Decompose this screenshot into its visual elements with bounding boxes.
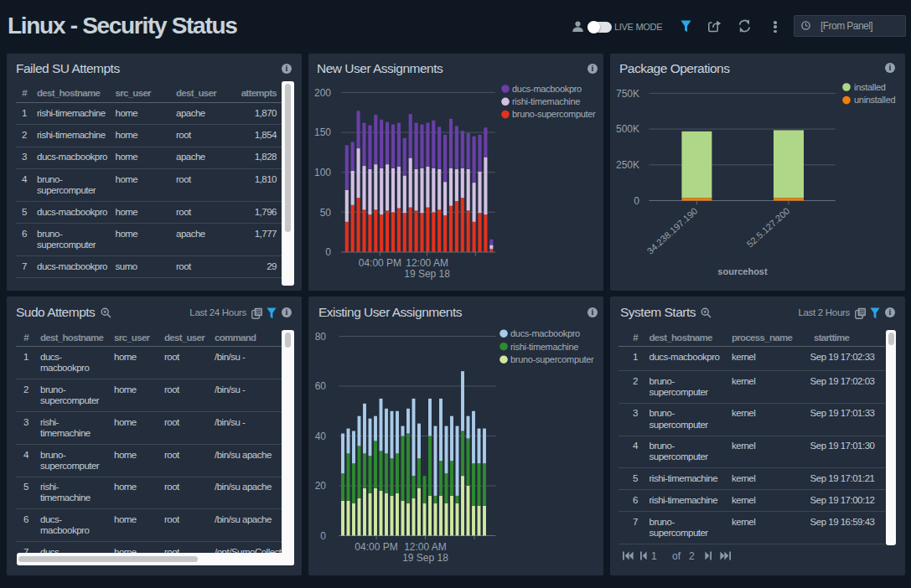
svg-text:12:00 AM: 12:00 AM	[406, 257, 448, 269]
svg-text:80: 80	[315, 331, 327, 343]
svg-text:ducs-macbookpro: ducs-macbookpro	[510, 328, 580, 338]
svg-text:0: 0	[634, 195, 639, 207]
svg-text:500K: 500K	[616, 123, 639, 135]
svg-text:19 Sep 18: 19 Sep 18	[404, 268, 450, 280]
svg-text:rishi-timemachine: rishi-timemachine	[510, 342, 578, 352]
svg-text:bruno-supercomputer: bruno-supercomputer	[512, 109, 596, 119]
svg-text:ducs-macbookpro: ducs-macbookpro	[512, 84, 582, 94]
svg-text:19 Sep 18: 19 Sep 18	[402, 552, 448, 564]
svg-text:bruno-supercomputer: bruno-supercomputer	[510, 354, 594, 364]
svg-text:uninstalled: uninstalled	[854, 95, 895, 105]
svg-text:200: 200	[314, 87, 331, 99]
svg-text:750K: 750K	[616, 88, 639, 100]
svg-text:0: 0	[320, 530, 326, 542]
svg-text:04:00 PM: 04:00 PM	[359, 257, 401, 269]
svg-text:20: 20	[315, 480, 327, 492]
svg-text:250K: 250K	[616, 159, 639, 171]
svg-text:0: 0	[325, 246, 331, 258]
svg-text:12:00 AM: 12:00 AM	[404, 541, 447, 553]
svg-text:rishi-timemachine: rishi-timemachine	[512, 96, 580, 106]
svg-text:04:00 PM: 04:00 PM	[355, 541, 397, 553]
svg-text:sourcehost: sourcehost	[717, 266, 768, 276]
svg-text:40: 40	[315, 431, 327, 442]
svg-text:installed: installed	[854, 82, 886, 92]
svg-text:34.238.197.190: 34.238.197.190	[644, 206, 699, 256]
svg-text:150: 150	[314, 126, 331, 138]
svg-text:60: 60	[315, 380, 327, 392]
svg-text:100: 100	[314, 167, 331, 178]
svg-text:52.5.127.200: 52.5.127.200	[745, 206, 792, 250]
svg-text:50: 50	[320, 207, 332, 219]
